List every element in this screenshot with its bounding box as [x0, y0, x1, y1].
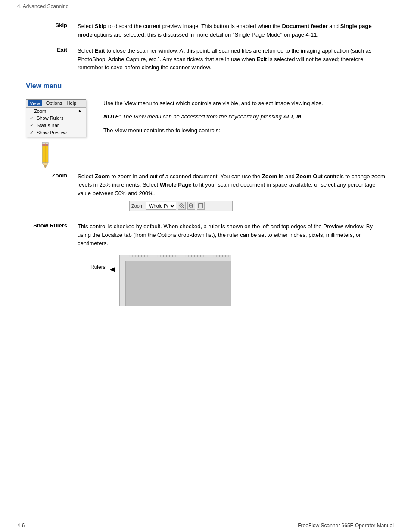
svg-rect-13 — [199, 204, 203, 208]
show-rulers-body: This control is checked by default. When… — [78, 222, 385, 306]
skip-label: Skip — [26, 22, 78, 39]
status-checkmark: ✓ — [30, 123, 34, 128]
ruler-diagram: | | | | | | | | | | | | | | | | | | | | … — [119, 255, 231, 306]
menu-ui: View Options Help Zoom ► ✓ Show Rulers ✓… — [26, 99, 86, 137]
menu-zoom-item[interactable]: Zoom ► — [26, 108, 86, 115]
ruler-top: | | | | | | | | | | | | | | | | | | | | … — [120, 255, 231, 261]
show-rulers-label: Show Rulers — [26, 222, 78, 306]
ruler-left — [120, 261, 126, 306]
header-bar: 4. Advanced Scanning — [0, 0, 411, 13]
view-menu-block: View Options Help Zoom ► ✓ Show Rulers ✓… — [26, 99, 385, 167]
ruler-top-ticks: | | | | | | | | | | | | | | | | | | | | … — [126, 255, 231, 261]
zoom-bar: Zoom Whole Page 50% 75% 100% 150% 200% — [129, 201, 233, 211]
show-rulers-section: Show Rulers This control is checked by d… — [26, 222, 385, 306]
view-menu-intro: Use the View menu to select which contro… — [103, 99, 385, 108]
svg-line-11 — [192, 207, 193, 208]
menu-status-bar-item[interactable]: ✓ Status Bar — [26, 122, 86, 129]
view-menu-image: View Options Help Zoom ► ✓ Show Rulers ✓… — [26, 99, 95, 167]
zoom-arrow-icon: ► — [78, 109, 82, 113]
zoom-bar-container: Zoom Whole Page 50% 75% 100% 150% 200% — [129, 201, 385, 211]
rulers-checkmark: ✓ — [30, 115, 34, 121]
menu-options-item[interactable]: Options — [46, 100, 62, 106]
menu-view-item[interactable]: View — [28, 100, 42, 106]
header-text: 4. Advanced Scanning — [17, 3, 68, 9]
menu-show-rulers-item[interactable]: ✓ Show Rulers — [26, 115, 86, 122]
menu-ui-bar: View Options Help — [26, 100, 86, 108]
exit-section: Exit Select Exit to close the scanner wi… — [26, 47, 385, 72]
pencil-icon — [39, 141, 53, 167]
skip-body: Select Skip to discard the current previ… — [78, 22, 385, 39]
ruler-content — [126, 261, 231, 306]
page: 4. Advanced Scanning Skip Select Skip to… — [0, 0, 411, 532]
footer-page-number: 4-6 — [17, 523, 25, 529]
main-content: Skip Select Skip to discard the current … — [0, 13, 411, 315]
zoom-out-button[interactable] — [187, 202, 195, 210]
rulers-label-text: Rulers — [90, 263, 106, 271]
skip-section: Skip Select Skip to discard the current … — [26, 22, 385, 39]
preview-checkmark: ✓ — [30, 130, 34, 135]
rulers-arrow-icon: ◀ — [110, 264, 115, 274]
view-menu-note: NOTE: The View menu can be accessed from… — [103, 112, 385, 121]
zoom-body: Select Zoom to zoom in and out of a scan… — [78, 172, 385, 215]
menu-help-item[interactable]: Help — [67, 100, 77, 106]
menu-show-preview-item[interactable]: ✓ Show Preview — [26, 129, 86, 137]
zoom-in-button[interactable] — [178, 202, 186, 210]
exit-body: Select Exit to close the scanner window.… — [78, 47, 385, 72]
footer-manual-title: FreeFlow Scanner 665E Operator Manual — [298, 523, 394, 529]
view-menu-text-block: Use the View menu to select which contro… — [103, 99, 385, 139]
zoom-reset-button[interactable] — [197, 202, 205, 210]
view-menu-controls-intro: The View menu contains the following con… — [103, 126, 385, 135]
view-menu-heading: View menu — [26, 82, 385, 92]
zoom-select[interactable]: Whole Page 50% 75% 100% 150% 200% — [146, 202, 176, 210]
exit-label: Exit — [26, 47, 78, 72]
zoom-bar-label: Zoom — [131, 202, 143, 210]
rulers-illustration: Rulers ◀ | | | | | | | | | | | | | | | |… — [90, 255, 385, 306]
zoom-label: Zoom — [26, 172, 78, 215]
footer-bar: 4-6 FreeFlow Scanner 665E Operator Manua… — [0, 519, 411, 532]
zoom-checkmark — [30, 109, 32, 114]
zoom-section: Zoom Select Zoom to zoom in and out of a… — [26, 172, 385, 215]
svg-line-7 — [183, 207, 184, 208]
